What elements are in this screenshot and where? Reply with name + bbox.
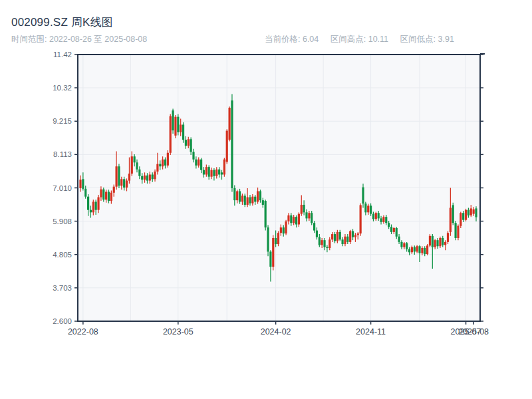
svg-text:9.215: 9.215 (53, 117, 72, 125)
svg-text:2025-08: 2025-08 (458, 327, 489, 336)
svg-text:2024-02: 2024-02 (261, 327, 291, 336)
svg-text:2.600: 2.600 (53, 317, 72, 325)
svg-text:11.42: 11.42 (53, 51, 72, 59)
svg-text:2023-05: 2023-05 (163, 327, 194, 336)
kline-chart-svg: 2.6003.7034.8055.9087.0108.1139.21510.32… (0, 0, 532, 399)
kline-page: 002099.SZ 周K线图 时间范围: 2022-08-26 至 2025-0… (0, 0, 532, 399)
svg-text:2022-08: 2022-08 (68, 327, 98, 336)
svg-text:2024-11: 2024-11 (356, 327, 386, 336)
kline-chart: 2.6003.7034.8055.9087.0108.1139.21510.32… (0, 0, 532, 399)
svg-text:10.32: 10.32 (53, 84, 72, 92)
svg-text:8.113: 8.113 (53, 150, 72, 158)
svg-text:7.010: 7.010 (53, 184, 72, 192)
svg-text:5.908: 5.908 (53, 217, 72, 225)
svg-text:3.703: 3.703 (53, 284, 72, 292)
svg-text:4.805: 4.805 (53, 251, 72, 259)
